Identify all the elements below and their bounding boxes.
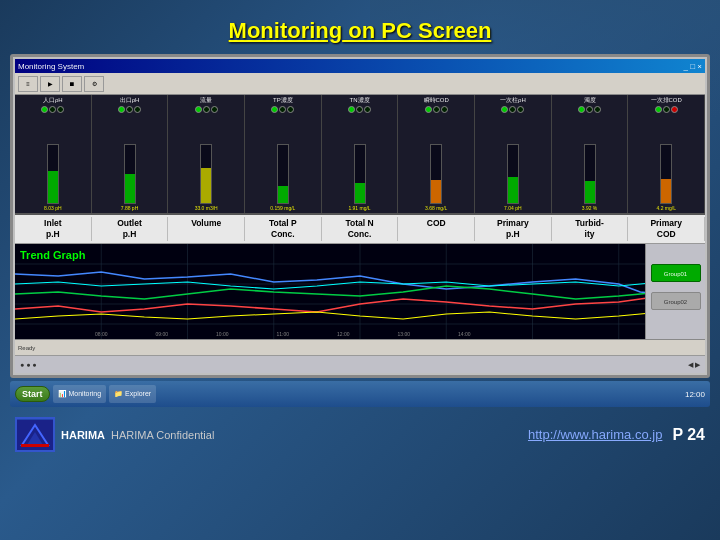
main-container: Monitoring on PC Screen Monitoring Syste… — [0, 0, 720, 540]
harima-text: HARIMA — [61, 429, 105, 441]
gauge-column-1: 出口ρH7.88 pH — [92, 95, 169, 213]
indicator-circle — [594, 106, 601, 113]
right-panel: Group01 Group02 — [645, 244, 705, 339]
indicator-circle — [203, 106, 210, 113]
pc-screen: Monitoring System _ □ × ≡ ▶ ⏹ ⚙ 人口ρH8.03… — [10, 54, 710, 378]
indicator-circle — [663, 106, 670, 113]
gauge-column-5: 瞬時COD3.68 mg/L — [398, 95, 475, 213]
indicator-circle — [57, 106, 64, 113]
indicator-circle — [271, 106, 278, 113]
logo-icon — [15, 417, 55, 452]
gauge-fill-0 — [47, 144, 59, 204]
gauge-column-0: 人口ρH8.03 pH — [15, 95, 92, 213]
gauge-fill-4 — [354, 144, 366, 204]
screen-title-text: Monitoring System — [18, 62, 84, 71]
harima-logo: HARIMA HARIMA Confidential — [15, 417, 214, 452]
gauge-column-6: 一次柱ρH7.04 pH — [475, 95, 552, 213]
indicator-circle — [655, 106, 662, 113]
gauge-fill-6 — [507, 144, 519, 204]
indicator-circle — [586, 106, 593, 113]
label-cell-0: Inletp.H — [15, 217, 92, 241]
footer-url[interactable]: http://www.harima.co.jp — [528, 427, 662, 442]
indicator-circle — [356, 106, 363, 113]
trend-graph-label: Trend Graph — [20, 249, 85, 261]
indicator-circle — [134, 106, 141, 113]
title-area: Monitoring on PC Screen — [0, 0, 720, 52]
toolbar-btn-3[interactable]: ⏹ — [62, 76, 82, 92]
gauge-value-5: 3.68 mg/L — [425, 205, 447, 211]
gauge-column-2: 流量33.0 m3/H — [168, 95, 245, 213]
trend-graph-svg — [15, 244, 705, 339]
label-cell-1: Outletp.H — [92, 217, 169, 241]
indicator-circle — [425, 106, 432, 113]
indicator-circle — [126, 106, 133, 113]
gauge-column-4: TN濃度1.91 mg/L — [322, 95, 399, 213]
status-text: Ready — [18, 345, 35, 351]
gauge-fill-2 — [200, 144, 212, 204]
gauge-fill-7 — [584, 144, 596, 204]
toolbar-btn-1[interactable]: ≡ — [18, 76, 38, 92]
indicator-circle — [195, 106, 202, 113]
indicator-circle — [364, 106, 371, 113]
indicator-circle — [671, 106, 678, 113]
gauge-fill-8 — [660, 144, 672, 204]
indicator-circle — [41, 106, 48, 113]
indicator-circle — [211, 106, 218, 113]
window-controls: _ □ × — [684, 62, 702, 71]
status-left: ● ● ● — [20, 361, 37, 368]
page-title: Monitoring on PC Screen — [229, 18, 492, 43]
label-cell-4: Total NConc. — [322, 217, 399, 241]
taskbar: Start 📊 Monitoring 📁 Explorer 12:00 — [10, 381, 710, 407]
gauge-value-4: 1.91 mg/L — [348, 205, 370, 211]
status-bar: ● ● ● ◀ ▶ — [15, 355, 705, 373]
indicator-circle — [509, 106, 516, 113]
group02-btn[interactable]: Group02 — [651, 292, 701, 310]
indicator-circle — [501, 106, 508, 113]
confidential-text: HARIMA Confidential — [111, 429, 214, 441]
label-cell-8: PrimaryCOD — [628, 217, 705, 241]
label-cell-5: COD — [398, 217, 475, 241]
group01-btn[interactable]: Group01 — [651, 264, 701, 282]
gauge-column-3: TP濃度0.159 mg/L — [245, 95, 322, 213]
trend-area: Trend Graph — [15, 244, 705, 339]
gauge-value-8: 4.2 mg/L — [656, 205, 675, 211]
gauge-value-2: 33.0 m3/H — [195, 205, 218, 211]
taskbar-item-2[interactable]: 📁 Explorer — [109, 385, 156, 403]
indicator-circle — [441, 106, 448, 113]
gauge-value-6: 7.04 pH — [504, 205, 522, 211]
indicator-circle — [517, 106, 524, 113]
label-cell-3: Total PConc. — [245, 217, 322, 241]
gauge-value-1: 7.88 pH — [121, 205, 139, 211]
status-right: ◀ ▶ — [688, 361, 700, 369]
gauge-value-3: 0.159 mg/L — [270, 205, 295, 211]
labels-row: Inletp.HOutletp.HVolumeTotal PConc.Total… — [15, 215, 705, 244]
indicator-circle — [49, 106, 56, 113]
gauge-fill-3 — [277, 144, 289, 204]
svg-rect-14 — [21, 444, 49, 447]
gauges-bar: 人口ρH8.03 pH出口ρH7.88 pH流量33.0 m3/HTP濃度0.1… — [15, 95, 705, 215]
footer: HARIMA HARIMA Confidential http://www.ha… — [0, 409, 720, 460]
taskbar-item-1[interactable]: 📊 Monitoring — [53, 385, 107, 403]
taskbar-right: 12:00 — [685, 390, 705, 399]
label-cell-6: Primaryp.H — [475, 217, 552, 241]
start-button[interactable]: Start — [15, 386, 50, 402]
taskbar-time: 12:00 — [685, 390, 705, 399]
gauge-fill-1 — [124, 144, 136, 204]
gauge-value-7: 3.92 % — [582, 205, 598, 211]
gauge-value-0: 8.03 pH — [44, 205, 62, 211]
label-cell-7: Turbid-ity — [552, 217, 629, 241]
screen-bottom-bar: Ready — [15, 339, 705, 355]
indicator-circle — [279, 106, 286, 113]
gauge-fill-5 — [430, 144, 442, 204]
indicator-circle — [287, 106, 294, 113]
indicator-circle — [118, 106, 125, 113]
label-cell-2: Volume — [168, 217, 245, 241]
screen-content: 人口ρH8.03 pH出口ρH7.88 pH流量33.0 m3/HTP濃度0.1… — [15, 95, 705, 355]
page-number: P 24 — [672, 426, 705, 444]
toolbar-btn-4[interactable]: ⚙ — [84, 76, 104, 92]
gauge-column-8: 一次排COD4.2 mg/L — [628, 95, 705, 213]
toolbar-btn-2[interactable]: ▶ — [40, 76, 60, 92]
gauge-column-7: 濁度3.92 % — [552, 95, 629, 213]
screen-titlebar: Monitoring System _ □ × — [15, 59, 705, 73]
indicator-circle — [578, 106, 585, 113]
